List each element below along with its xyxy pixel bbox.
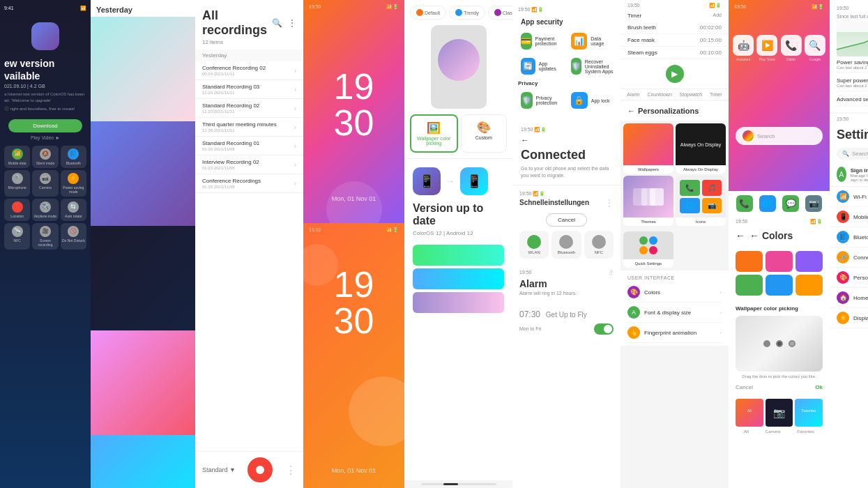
settings-connection-row[interactable]: 🔗 Connection & sharing › [830,247,868,268]
swatch-5[interactable] [766,275,793,296]
qs-screen-rec[interactable]: 🎥 Screen recording [32,223,58,250]
qs-airplane[interactable]: ✈️ Airplane mode [32,199,58,221]
alarm-toggle[interactable] [594,323,614,335]
settings-search-bar[interactable]: 🔍 Search [837,148,868,160]
tab-countdown[interactable]: Countdown [647,92,671,97]
thumb-1[interactable]: All [736,399,763,427]
ui-colors-row[interactable]: 🎨 Colors › [627,282,722,303]
thumb-2[interactable]: 📷 [766,399,793,427]
qs-bluetooth[interactable]: 📘 Bluetooth [61,146,86,168]
advanced-row[interactable]: Advanced settings › [837,93,868,107]
tab-alarm[interactable]: Alarm [627,92,639,97]
search-icon[interactable]: 🔍 [272,18,282,28]
thumb-3[interactable]: Favorites [795,399,823,427]
swatch-3[interactable] [795,251,823,272]
ui-fingerprint-row[interactable]: 👆 Fingerprint animation › [627,323,722,343]
tab-stopwatch[interactable]: Stopwatch [680,92,703,97]
pers-themes[interactable]: Themes [623,176,673,226]
recording-5[interactable]: Standard Recording 01 01:20 2021/11/08 › [195,137,303,155]
sec-applock[interactable]: 🔒 App lock [568,89,615,112]
swatch-1[interactable] [736,251,763,272]
wps-dot-1[interactable] [763,340,770,347]
settings-bt-row[interactable]: 📘 Bluetooth Not connected › [830,227,868,247]
sec-privacy[interactable]: 🛡️ Privacy protection [518,89,565,112]
tab-timer2[interactable]: Timer [710,92,722,97]
tab-favorites[interactable]: Favorites [797,429,814,434]
recording-1[interactable]: Conference Recording 02 00:24 2021/11/11… [195,61,303,80]
schnell-nfc[interactable]: NFC [584,231,614,259]
timer-add-btn[interactable]: Add [713,13,722,19]
settings-display-row[interactable]: ☀️ Display & brightness › [830,308,868,328]
pers-aod[interactable]: Always On Display Always On Display [676,123,726,174]
qs-nfc[interactable]: 📡 NFC [4,223,30,250]
sec-recover[interactable]: 🛡️ Recover Uninstalled System Apps [568,55,618,77]
wps-dot-3[interactable] [789,340,795,347]
rec-name-5: Standard Recording 01 [202,140,259,146]
record-button[interactable] [248,457,273,482]
sec-payment[interactable]: 💳 Payment protection [518,30,565,52]
back-colors-icon[interactable]: ← [736,230,745,241]
qs-location[interactable]: 📍 Location [4,199,30,221]
sec-updates[interactable]: 🔄 App updates [518,55,565,77]
settings-pers-row[interactable]: 🎨 Personalizations › [830,268,868,288]
ui-font-row[interactable]: A Font & display size › [627,303,722,323]
play-video-link[interactable]: Play Video ► [31,135,60,140]
play-button[interactable]: ▶ [666,65,684,83]
more-icon[interactable]: ⋮ [288,18,296,28]
wps-ok-btn[interactable]: Ok [815,384,823,390]
qs-mic[interactable]: 🎙️ Microphone [4,170,30,197]
pers-wallpapers[interactable]: Wallpapers [623,123,673,174]
schnell-more[interactable]: ⋮ [605,198,614,208]
download-button[interactable]: Download [8,119,82,132]
swatch-6[interactable] [795,275,823,296]
qs-silent[interactable]: 🔕 Silent mode [32,146,58,168]
recording-4[interactable]: Third quarter meeting minutes 11:20 2021… [195,118,303,137]
alarm-more[interactable]: ⋮ [609,270,614,275]
dock-phone[interactable]: 📞 [736,195,753,212]
dock-browser[interactable]: 🌐 [759,195,776,212]
dock-camera[interactable]: 📷 [805,195,822,212]
back-pers-icon[interactable]: ← [627,107,635,115]
qs-power-saving[interactable]: ⚡ Power saving mode [61,170,86,197]
theme-classy[interactable]: Classy [488,6,512,20]
standard-label[interactable]: Standard ▼ [202,466,236,473]
theme-default[interactable]: Default [410,6,446,20]
wps-dot-2[interactable] [776,340,783,347]
recording-6[interactable]: Interview Recording 02 01:20 2021/11/08 … [195,155,303,174]
recording-3[interactable]: Standard Recording 02 11:20 2021/11/11 › [195,99,303,118]
theme-trendy[interactable]: Trendy [449,6,485,20]
more-recordings-icon[interactable]: ⋮ [285,464,296,477]
settings-mobile-row[interactable]: 📱 Mobile network › [830,207,868,227]
swatch-2[interactable] [766,251,793,272]
recording-2[interactable]: Standard Recording 03 11:20 2021/11/11 › [195,80,303,99]
schnell-bt[interactable]: Bluetooth [551,231,581,259]
settings-signin[interactable]: A Sign in Manage HayTap Cloud, Find My P… [830,162,868,187]
dock-messages[interactable]: 💬 [782,195,799,212]
wallpaper-pick-option[interactable]: 🖼️ Wallpaper color picking [410,114,458,153]
qs-dnd[interactable]: 🚫 Do Not Disturb [61,223,86,250]
sec-data-usage[interactable]: 📊 Data usage [568,30,618,52]
status-timer: 19:50 📶🔋 [620,0,729,8]
settings-home-row[interactable]: 🏠 Home screen & Lock screen › [830,288,868,308]
swatch-4[interactable] [736,275,763,296]
app-google[interactable]: 🔍 Google [805,35,825,61]
pers-quick-settings[interactable]: Quick Settings [623,231,673,268]
app-assistant[interactable]: 🤖 Assistant [733,35,754,61]
qs-camera[interactable]: 📷 Camera [32,170,58,197]
pers-icons[interactable]: 📞 🎵 🌐 📷 Icons [676,176,726,226]
settings-wifi-row[interactable]: 📶 Wi-Fi OPPO › [830,187,868,207]
google-search[interactable]: Search [736,127,823,145]
tab-camera[interactable]: Camera [766,429,780,434]
app-playstore[interactable]: ▶️ Play Store [756,35,777,61]
qs-autorotate[interactable]: 🔄 Auto rotate [61,199,86,221]
schnell-wifi[interactable]: WLAN [519,231,549,259]
tab-all[interactable]: All [744,429,749,434]
qs-mobile-data[interactable]: 📶 Mobile data [4,146,30,168]
wps-cancel-btn[interactable]: Cancel [736,384,753,390]
recording-7[interactable]: Conference Recordings 01:20 2021/11/08 › [195,174,303,193]
custom-option[interactable]: 🎨 Custom [461,114,508,153]
cancel-button[interactable]: Cancel [546,213,587,227]
back-icon[interactable]: ← [521,135,529,145]
app-dialer[interactable]: 📞 Dialer [781,35,802,61]
custom-icon: 🎨 [464,121,504,134]
